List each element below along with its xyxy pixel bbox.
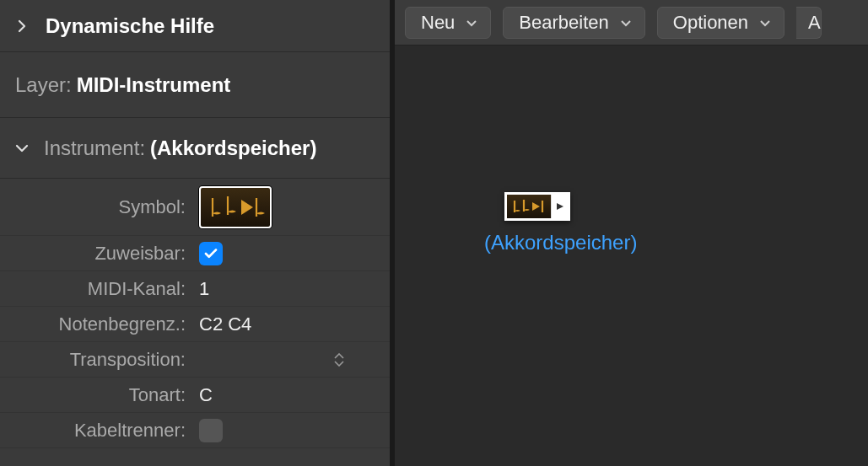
toolbar-cutoff-menu[interactable]: A bbox=[796, 7, 822, 39]
layer-label: Layer: bbox=[15, 73, 72, 97]
symbol-label: Symbol: bbox=[0, 196, 191, 218]
param-row-assignable: Zuweisbar: bbox=[0, 236, 390, 271]
toolbar-options-menu[interactable]: Optionen bbox=[657, 7, 784, 39]
instrument-row[interactable]: Instrument: (Akkordspeicher) bbox=[0, 118, 390, 179]
inspector-panel: Dynamische Hilfe Layer: MIDI-Instrument … bbox=[0, 0, 395, 466]
toolbar-new-label: Neu bbox=[421, 12, 455, 34]
toolbar-options-label: Optionen bbox=[673, 12, 748, 34]
node-label[interactable]: (Akkordspeicher) bbox=[484, 231, 637, 254]
svg-marker-6 bbox=[557, 203, 563, 210]
chord-memorizer-node[interactable]: (Akkordspeicher) bbox=[504, 192, 637, 254]
toolbar-edit-label: Bearbeiten bbox=[519, 12, 608, 34]
param-row-cable-splitter: Kabeltrenner: bbox=[0, 413, 390, 448]
toolbar-cutoff-letter: A bbox=[808, 12, 821, 34]
instrument-value: (Akkordspeicher) bbox=[150, 137, 316, 160]
param-row-key: Tonart: C bbox=[0, 378, 390, 413]
environment-canvas[interactable]: (Akkordspeicher) bbox=[395, 46, 868, 466]
canvas-toolbar: Neu Bearbeiten Optionen A bbox=[395, 0, 868, 46]
cable-splitter-checkbox[interactable] bbox=[199, 419, 223, 442]
layer-value: MIDI-Instrument bbox=[77, 73, 231, 97]
param-row-midi-channel: MIDI-Kanal: 1 bbox=[0, 271, 390, 307]
layer-row[interactable]: Layer: MIDI-Instrument bbox=[0, 52, 390, 118]
chord-memorizer-icon bbox=[507, 195, 551, 218]
param-row-transposition: Transposition: bbox=[0, 342, 390, 378]
key-value-field[interactable]: C bbox=[191, 384, 390, 406]
toolbar-new-menu[interactable]: Neu bbox=[405, 7, 491, 39]
transposition-label: Transposition: bbox=[0, 349, 191, 371]
key-value: C bbox=[199, 384, 213, 406]
chevron-down-icon bbox=[621, 16, 631, 29]
symbol-picker[interactable] bbox=[199, 186, 272, 228]
toolbar-edit-menu[interactable]: Bearbeiten bbox=[503, 7, 644, 39]
note-limit-label: Notenbegrenz.: bbox=[0, 313, 191, 335]
param-row-note-limit: Notenbegrenz.: C2 C4 bbox=[0, 307, 390, 342]
dynamic-help-header[interactable]: Dynamische Hilfe bbox=[0, 0, 390, 52]
note-limit-value-field[interactable]: C2 C4 bbox=[191, 313, 390, 335]
cable-splitter-label: Kabeltrenner: bbox=[0, 420, 191, 442]
assignable-checkbox[interactable] bbox=[199, 242, 223, 265]
node-output-port[interactable] bbox=[551, 195, 568, 218]
note-limit-value: C2 C4 bbox=[199, 313, 251, 335]
chevron-down-icon bbox=[760, 16, 770, 29]
midi-channel-value: 1 bbox=[199, 278, 209, 300]
dynamic-help-title: Dynamische Hilfe bbox=[46, 14, 214, 38]
assignable-label: Zuweisbar: bbox=[0, 243, 191, 265]
instrument-label: Instrument: bbox=[44, 137, 145, 160]
environment-canvas-side: Neu Bearbeiten Optionen A bbox=[395, 0, 868, 466]
chord-memorizer-icon bbox=[206, 193, 265, 222]
chevron-right-icon bbox=[12, 16, 32, 36]
param-row-symbol: Symbol: bbox=[0, 179, 390, 236]
stepper-icon[interactable] bbox=[334, 353, 344, 367]
midi-channel-label: MIDI-Kanal: bbox=[0, 278, 191, 300]
node-box[interactable] bbox=[504, 192, 570, 221]
chevron-down-icon bbox=[466, 16, 477, 29]
chevron-down-icon bbox=[12, 138, 32, 158]
midi-channel-value-field[interactable]: 1 bbox=[191, 278, 390, 300]
key-label: Tonart: bbox=[0, 384, 191, 406]
